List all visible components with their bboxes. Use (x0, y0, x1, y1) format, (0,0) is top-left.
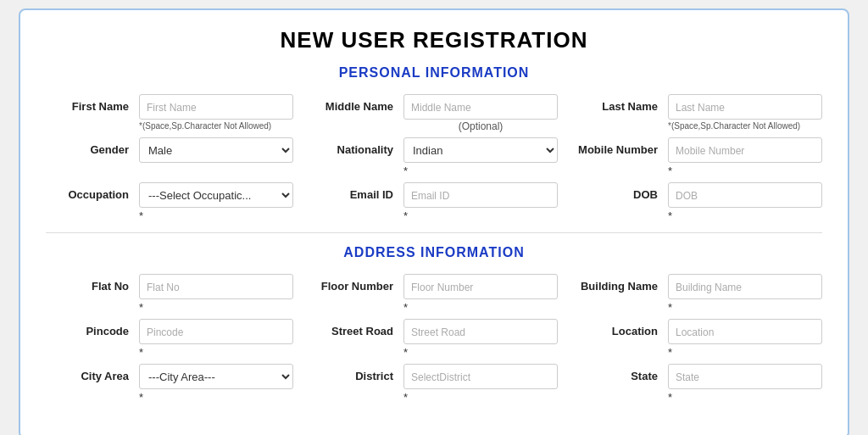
section-divider (46, 232, 822, 233)
building-name-wrap: * (668, 274, 822, 314)
col-city-area: City Area ---City Area--- * (46, 364, 293, 404)
dob-star: * (668, 209, 822, 222)
gender-wrap: Male Female Other (139, 137, 293, 163)
col-floor-number: Floor Number * (310, 274, 558, 314)
address-information-section: ADDRESS INFORMATION Flat No * Floor Numb… (46, 245, 822, 404)
first-name-wrap: *(Space,Sp.Character Not Allowed) (139, 94, 293, 131)
flat-no-star: * (139, 301, 293, 314)
col-nationality: Nationality Indian Other * (310, 137, 558, 177)
nationality-label: Nationality (310, 137, 403, 156)
street-road-input[interactable] (403, 319, 558, 344)
email-input[interactable] (403, 182, 558, 208)
last-name-hint: *(Space,Sp.Character Not Allowed) (668, 121, 822, 131)
gender-select[interactable]: Male Female Other (139, 137, 293, 163)
street-road-label: Street Road (310, 319, 403, 337)
location-input[interactable] (668, 319, 822, 344)
registration-container: NEW USER REGISTRATION PERSONAL INFORMATI… (19, 8, 849, 435)
mobile-wrap: * (668, 137, 822, 177)
row-occupation: Occupation ---Select Occupatic... * Emai… (46, 182, 822, 222)
flat-no-wrap: * (139, 274, 293, 314)
middle-name-input[interactable] (403, 94, 558, 120)
flat-no-input[interactable] (139, 274, 293, 299)
first-name-input[interactable] (139, 94, 293, 120)
col-location: Location * (575, 319, 822, 359)
floor-number-input[interactable] (403, 274, 558, 299)
occupation-select[interactable]: ---Select Occupatic... (139, 182, 293, 208)
col-mobile: Mobile Number * (575, 137, 822, 177)
gender-label: Gender (46, 137, 139, 156)
personal-information-section: PERSONAL INFORMATION First Name *(Space,… (46, 65, 822, 222)
row-pincode: Pincode * Street Road * Location (46, 319, 822, 359)
pincode-label: Pincode (46, 319, 139, 337)
col-last-name: Last Name *(Space,Sp.Character Not Allow… (575, 94, 822, 131)
col-email: Email ID * (310, 182, 558, 222)
middle-name-optional: (Optional) (403, 120, 558, 132)
floor-number-label: Floor Number (310, 274, 403, 293)
district-star: * (403, 391, 558, 404)
nationality-star: * (403, 165, 558, 177)
last-name-input[interactable] (668, 94, 822, 120)
state-star: * (668, 391, 822, 404)
row-flat: Flat No * Floor Number * Building Name (46, 274, 822, 314)
location-label: Location (575, 319, 668, 337)
building-name-input[interactable] (668, 274, 822, 299)
middle-name-wrap: (Optional) (403, 94, 558, 132)
location-star: * (668, 346, 822, 359)
dob-label: DOB (575, 182, 668, 201)
middle-name-label: Middle Name (310, 94, 403, 113)
district-label: District (310, 364, 403, 382)
nationality-wrap: Indian Other * (403, 137, 558, 177)
nationality-select[interactable]: Indian Other (403, 137, 558, 163)
floor-number-wrap: * (403, 274, 558, 314)
row-name: First Name *(Space,Sp.Character Not Allo… (46, 94, 822, 132)
last-name-label: Last Name (575, 94, 668, 113)
personal-info-title: PERSONAL INFORMATION (46, 65, 822, 81)
floor-number-star: * (403, 301, 558, 314)
col-middle-name: Middle Name (Optional) (310, 94, 558, 132)
occupation-wrap: ---Select Occupatic... * (139, 182, 293, 222)
first-name-hint: *(Space,Sp.Character Not Allowed) (139, 121, 293, 131)
email-label: Email ID (310, 182, 403, 201)
col-flat-no: Flat No * (46, 274, 293, 314)
first-name-label: First Name (46, 94, 139, 113)
location-wrap: * (668, 319, 822, 359)
mobile-label: Mobile Number (575, 137, 668, 156)
pincode-wrap: * (139, 319, 293, 359)
building-name-label: Building Name (575, 274, 668, 293)
street-road-star: * (403, 346, 558, 359)
row-city: City Area ---City Area--- * District * (46, 364, 822, 404)
state-label: State (575, 364, 668, 382)
street-road-wrap: * (403, 319, 558, 359)
city-area-star: * (139, 391, 293, 404)
city-area-wrap: ---City Area--- * (139, 364, 293, 404)
pincode-star: * (139, 346, 293, 359)
dob-wrap: * (668, 182, 822, 222)
col-occupation: Occupation ---Select Occupatic... * (46, 182, 293, 222)
address-info-title: ADDRESS INFORMATION (46, 245, 822, 260)
email-star: * (403, 209, 558, 222)
occupation-label: Occupation (46, 182, 139, 201)
col-district: District * (310, 364, 558, 404)
dob-input[interactable] (668, 182, 822, 208)
row-gender: Gender Male Female Other Nationality Ind… (46, 137, 822, 177)
city-area-label: City Area (46, 364, 139, 382)
city-area-select[interactable]: ---City Area--- (139, 364, 293, 389)
mobile-input[interactable] (668, 137, 822, 163)
district-input[interactable] (403, 364, 558, 389)
col-pincode: Pincode * (46, 319, 293, 359)
col-building-name: Building Name * (575, 274, 822, 314)
mobile-star: * (668, 165, 822, 177)
flat-no-label: Flat No (46, 274, 139, 293)
pincode-input[interactable] (139, 319, 293, 344)
state-wrap: * (668, 364, 822, 404)
occupation-star: * (139, 209, 293, 222)
last-name-wrap: *(Space,Sp.Character Not Allowed) (668, 94, 822, 131)
state-input[interactable] (668, 364, 822, 389)
district-wrap: * (403, 364, 558, 404)
col-dob: DOB * (575, 182, 822, 222)
col-gender: Gender Male Female Other (46, 137, 293, 163)
building-name-star: * (668, 301, 822, 314)
email-wrap: * (403, 182, 558, 222)
col-first-name: First Name *(Space,Sp.Character Not Allo… (46, 94, 293, 131)
col-street-road: Street Road * (310, 319, 558, 359)
